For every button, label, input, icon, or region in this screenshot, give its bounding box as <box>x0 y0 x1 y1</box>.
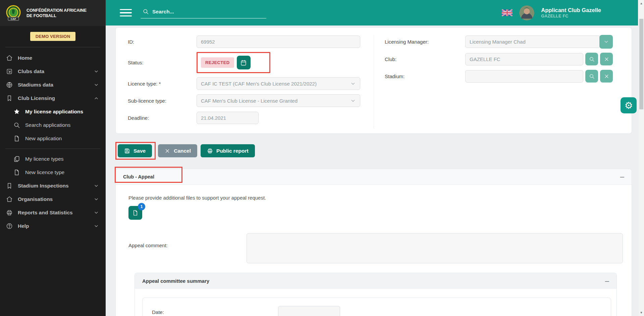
chevron-down-icon <box>350 98 356 104</box>
settings-button[interactable]: ⚙ <box>621 97 637 113</box>
search-icon <box>143 8 149 15</box>
sidebar-item-help[interactable]: Help <box>0 219 106 233</box>
search-input[interactable] <box>152 9 264 15</box>
uk-flag-icon[interactable] <box>502 9 513 16</box>
club-search-button[interactable] <box>585 53 598 65</box>
club-appeal-section: Club - Appeal – Please provide additiona… <box>115 169 632 316</box>
user-info[interactable]: Applicant Club Gazelle GAZELLE FC <box>541 7 601 18</box>
club-appeal-header: Club - Appeal – <box>116 169 632 185</box>
appeal-comment-row: Appeal comment: <box>128 233 623 263</box>
status-badge: REJECTED <box>201 57 234 68</box>
app-window: CAF CONFÉDÉRATION AFRICAINE DE FOOTBALL … <box>0 0 644 316</box>
scroll-down-arrow[interactable]: ▼ <box>638 311 644 314</box>
search-icon <box>589 56 595 62</box>
file-icon <box>13 135 20 142</box>
chevron-down-icon <box>94 183 99 189</box>
cancel-button[interactable]: Cancel <box>158 144 197 157</box>
status-label: Status: <box>128 60 197 65</box>
status-annotation-box: REJECTED <box>197 52 270 73</box>
global-search <box>141 7 266 18</box>
chevron-down-icon <box>94 210 99 215</box>
stadium-label: Stadium: <box>385 73 465 79</box>
committee-inner-card: Date: <box>142 298 611 316</box>
licence-type-select[interactable]: CAF IC TEST (CAF Men's Club License 2021… <box>197 77 360 90</box>
club-appeal-body: Please provide additional files to suppo… <box>116 185 632 316</box>
collapse-section-button[interactable]: – <box>620 174 624 179</box>
club-field[interactable] <box>465 53 583 65</box>
public-report-button[interactable]: Public report <box>201 144 255 157</box>
sidebar-item-label: Home <box>18 55 32 61</box>
scrollbar-thumb[interactable] <box>639 19 643 109</box>
hamburger-menu-button[interactable] <box>120 7 132 19</box>
svg-text:CAF: CAF <box>11 17 16 20</box>
sidebar-item-my-license-applications[interactable]: My license applications <box>0 105 106 118</box>
bookmark-icon <box>6 95 13 102</box>
copy-icon <box>13 156 20 162</box>
stadium-search-button[interactable] <box>585 70 598 83</box>
sub-licence-type-select[interactable]: CAF Men's Club License - License Granted <box>197 94 360 107</box>
committee-date-row: Date: <box>152 306 602 316</box>
id-label: ID: <box>128 39 197 45</box>
subsection-title: Appeal committee summary <box>142 278 209 284</box>
star-icon <box>13 108 20 115</box>
appeal-comment-textarea[interactable] <box>247 233 623 263</box>
deadline-label: Deadline: <box>128 115 197 121</box>
sidebar-item-organisations[interactable]: Organisations <box>0 193 106 206</box>
close-icon <box>604 73 609 79</box>
chevron-down-icon <box>350 81 356 87</box>
sidebar-item-new-licence-type[interactable]: New licence type <box>0 166 106 179</box>
sidebar-item-label: Search applications <box>25 122 70 128</box>
chevron-down-icon <box>94 223 99 229</box>
stadium-field[interactable] <box>465 70 583 83</box>
sidebar-item-label: Stadium Inspections <box>18 183 69 189</box>
content-area: ID: Status: REJECTED <box>106 25 644 316</box>
club-label: Club: <box>385 56 465 62</box>
printer-icon <box>6 209 13 216</box>
licensing-manager-field[interactable] <box>465 36 600 48</box>
sidebar-item-stadium-inspections[interactable]: Stadium Inspections <box>0 179 106 193</box>
sidebar-menu: Home Clubs data Stadiums data Club Licen… <box>0 51 106 233</box>
sidebar-item-my-licence-types[interactable]: My licence types <box>0 152 106 166</box>
main-column: Applicant Club Gazelle GAZELLE FC ID: St… <box>106 0 644 316</box>
sidebar-item-label: My licence types <box>25 156 64 162</box>
sidebar-item-label: Stadiums data <box>18 82 53 88</box>
topbar: Applicant Club Gazelle GAZELLE FC <box>106 0 644 25</box>
licensing-manager-dropdown-button[interactable] <box>599 35 613 49</box>
vertical-scrollbar[interactable]: ▲ ▼ <box>638 0 644 316</box>
sidebar-item-label: Club Licensing <box>18 95 55 101</box>
sidebar-item-club-licensing[interactable]: Club Licensing <box>0 92 106 105</box>
sidebar-item-reports-statistics[interactable]: Reports and Statistics <box>0 206 106 219</box>
sub-licence-type-value: CAF Men's Club License - License Granted <box>201 98 298 104</box>
search-icon <box>589 73 595 79</box>
chevron-down-icon <box>94 82 99 88</box>
user-club: GAZELLE FC <box>541 14 601 18</box>
deadline-field[interactable] <box>197 112 259 124</box>
sidebar-header: CAF CONFÉDÉRATION AFRICAINE DE FOOTBALL <box>0 0 106 26</box>
stadium-clear-button[interactable] <box>600 70 613 83</box>
chevron-down-icon <box>94 69 99 74</box>
sidebar-item-search-applications[interactable]: Search applications <box>0 118 106 132</box>
save-annotation-box: Save <box>115 142 156 160</box>
chevron-up-icon <box>94 96 99 101</box>
file-count-badge: 1 <box>138 203 145 210</box>
search-icon <box>13 122 20 128</box>
save-button[interactable]: Save <box>118 144 152 157</box>
appeal-committee-section: Appeal committee summary – Date: <box>135 273 617 316</box>
chevron-down-icon <box>94 197 99 202</box>
appeal-files-button[interactable]: 1 <box>128 206 142 220</box>
sidebar-item-clubs-data[interactable]: Clubs data <box>0 65 106 78</box>
sidebar-item-stadiums-data[interactable]: Stadiums data <box>0 78 106 92</box>
topbar-right: Applicant Club Gazelle GAZELLE FC <box>502 5 644 20</box>
club-clear-button[interactable] <box>600 53 613 65</box>
user-avatar[interactable] <box>519 5 534 20</box>
org-name: CONFÉDÉRATION AFRICAINE DE FOOTBALL <box>26 8 90 19</box>
sidebar-item-home[interactable]: Home <box>0 51 106 65</box>
scroll-up-arrow[interactable]: ▲ <box>638 2 644 5</box>
id-field[interactable] <box>197 36 360 48</box>
licence-type-value: CAF IC TEST (CAF Men's Club License 2021… <box>201 81 317 87</box>
date-field[interactable] <box>278 306 340 316</box>
sidebar-item-new-application[interactable]: New application <box>0 132 106 145</box>
demo-version-badge: DEMO VERSION <box>30 32 76 41</box>
collapse-subsection-button[interactable]: – <box>605 279 609 283</box>
status-history-button[interactable] <box>237 56 251 69</box>
